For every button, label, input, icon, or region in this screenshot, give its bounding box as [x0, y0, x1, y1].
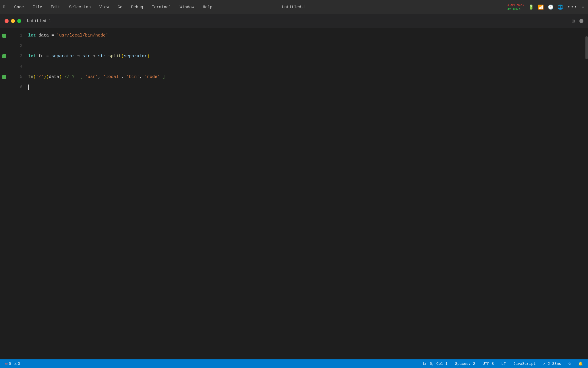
editor-container: 1 2 3 4 5 6 let data = 'usr/local/bin/no… — [0, 28, 588, 359]
scrollbar-thumb[interactable] — [585, 36, 588, 59]
gutter-4 — [0, 62, 9, 72]
line-num-1: 1 — [9, 30, 22, 41]
file-encoding[interactable]: UTF-8 — [481, 362, 495, 366]
download-speed: 42 KB/s — [507, 7, 524, 11]
line-num-2: 2 — [9, 41, 22, 51]
bracket-close-2: ) — [44, 72, 46, 82]
code-editor[interactable]: 1 2 3 4 5 6 let data = 'usr/local/bin/no… — [0, 28, 588, 359]
breakpoint-1[interactable] — [2, 34, 6, 38]
line-num-6: 6 — [9, 82, 22, 93]
tab-toolbar-bar: Untitled-1 ⊞ — [0, 14, 588, 28]
menu-item-selection[interactable]: Selection — [67, 4, 92, 10]
bracket-close-3: ) — [59, 72, 62, 82]
code-line-5: fn ( '/' ) ( data ) // ? [ 'usr' , 'loca… — [28, 72, 585, 82]
split-editor-icon[interactable]: ⊞ — [572, 18, 575, 24]
arrow-2: ⇒ — [93, 51, 95, 62]
window-title: Untitled-1 — [282, 5, 306, 9]
param-str-2: str — [98, 51, 106, 62]
cursor — [28, 85, 29, 90]
string-path: 'usr/local/bin/node' — [57, 30, 108, 41]
traffic-lights — [5, 19, 21, 23]
globe-icon: 🌐 — [558, 4, 563, 10]
error-count[interactable]: ⊗ 0 ⚠ 0 — [4, 361, 21, 366]
string-slash: '/' — [36, 72, 44, 82]
battery-icon: 🔋 — [528, 4, 534, 10]
gutter-2 — [0, 41, 9, 51]
editor-tab[interactable]: Untitled-1 — [27, 19, 51, 23]
gutter-indicators — [0, 30, 9, 359]
menu-item-view[interactable]: View — [98, 4, 111, 10]
run-timing[interactable]: ✓ 2.33ms — [542, 361, 562, 366]
warning-number: 0 — [18, 362, 20, 366]
warning-icon: ⚠ — [14, 361, 17, 366]
var-fn: fn — [38, 51, 44, 62]
notification-bell-icon[interactable]: 🔔 — [577, 361, 584, 366]
call-fn: fn — [28, 72, 33, 82]
comment-result: // ? [ — [64, 72, 85, 82]
bracket-close-1: ) — [147, 51, 150, 62]
line-num-4: 4 — [9, 62, 22, 72]
menu-item-help[interactable]: Help — [201, 4, 214, 10]
status-left: ⊗ 0 ⚠ 0 — [4, 361, 21, 366]
list-icon[interactable]: ≡ — [581, 4, 585, 10]
more-icon[interactable]: ••• — [567, 5, 577, 10]
param-str: str — [82, 51, 90, 62]
menu-item-terminal[interactable]: Terminal — [150, 4, 173, 10]
result-node: 'node' — [144, 72, 160, 82]
code-area[interactable]: let data = 'usr/local/bin/node' let fn =… — [26, 30, 585, 359]
code-line-6 — [28, 82, 585, 93]
bracket-open-2: ( — [33, 72, 36, 82]
line-numbers: 1 2 3 4 5 6 — [9, 30, 26, 359]
status-right: Ln 6, Col 1 Spaces: 2 UTF-8 LF JavaScrip… — [422, 361, 584, 366]
menu-item-file[interactable]: File — [31, 4, 44, 10]
code-line-4 — [28, 62, 585, 72]
breakpoint-5[interactable] — [2, 75, 6, 79]
line-ending[interactable]: LF — [500, 362, 507, 366]
gutter-5 — [0, 72, 9, 82]
clock-icon: 🕐 — [548, 4, 554, 10]
line-num-3: 3 — [9, 51, 22, 62]
bracket-open-3: ( — [46, 72, 49, 82]
code-line-3: let fn = separator ⇒ str ⇒ str . split — [28, 51, 585, 62]
smiley-icon[interactable]: ☺ — [567, 362, 572, 366]
editor-scrollbar[interactable] — [585, 30, 588, 359]
menu-item-go[interactable]: Go — [116, 4, 124, 10]
editor-content: 1 2 3 4 5 6 let data = 'usr/local/bin/no… — [0, 28, 588, 359]
more-actions-icon[interactable] — [579, 19, 583, 23]
menu-bar-right: 3.64 MB/s 42 KB/s 🔋 📶 🕐 🌐 ••• ≡ — [507, 3, 585, 11]
menu-item-code[interactable]: Code — [13, 4, 26, 10]
menu-item-window[interactable]: Window — [178, 4, 196, 10]
menu-item-edit[interactable]: Edit — [49, 4, 62, 10]
gutter-6 — [0, 82, 9, 93]
gutter-1 — [0, 30, 9, 41]
param-separator-2: separator — [124, 51, 147, 62]
bracket-open-1: ( — [121, 51, 124, 62]
var-data-call: data — [49, 72, 59, 82]
result-usr: 'usr' — [85, 72, 98, 82]
dot-punc: . — [106, 51, 108, 62]
indentation[interactable]: Spaces: 2 — [454, 362, 476, 366]
code-line-1: let data = 'usr/local/bin/node' — [28, 30, 585, 41]
func-split: split — [108, 51, 121, 62]
status-bar: ⊗ 0 ⚠ 0 Ln 6, Col 1 Spaces: 2 UTF-8 LF J… — [0, 359, 588, 368]
language-mode[interactable]: JavaScript — [512, 362, 537, 366]
upload-speed: 3.64 MB/s — [507, 3, 524, 7]
line-num-5: 5 — [9, 72, 22, 82]
result-local: 'local' — [103, 72, 121, 82]
wifi-icon: 📶 — [538, 4, 544, 10]
result-bin: 'bin' — [126, 72, 139, 82]
gutter-3 — [0, 51, 9, 62]
menu-item-debug[interactable]: Debug — [129, 4, 145, 10]
maximize-button[interactable] — [17, 19, 21, 23]
var-data: data — [38, 30, 49, 41]
traffic-stats: 3.64 MB/s 42 KB/s — [507, 3, 524, 11]
error-number: 0 — [9, 362, 11, 366]
cursor-position[interactable]: Ln 6, Col 1 — [422, 362, 449, 366]
close-button[interactable] — [5, 19, 9, 23]
minimize-button[interactable] — [11, 19, 15, 23]
comment-bracket-close: ] — [160, 72, 165, 82]
apple-logo-icon[interactable]:  — [3, 5, 6, 10]
code-line-2 — [28, 41, 585, 51]
breakpoint-3[interactable] — [2, 54, 6, 58]
keyword-let-1: let — [28, 30, 36, 41]
